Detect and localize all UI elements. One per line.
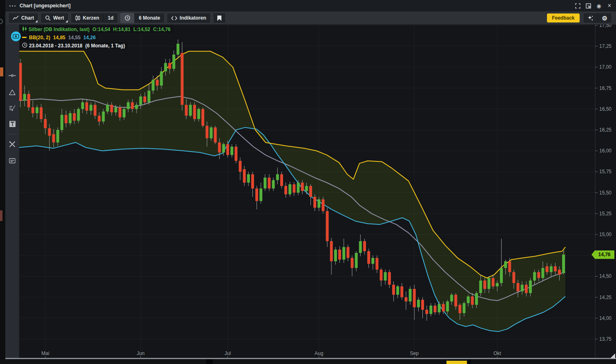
open-value: 14,54 — [98, 27, 110, 32]
range-button[interactable]: 6 Monate — [134, 13, 164, 23]
shapes-tool-button[interactable] — [5, 86, 19, 98]
bb-lower-value: 14,26 — [83, 35, 96, 40]
fullscreen-icon[interactable] — [574, 2, 581, 9]
record-icon[interactable]: ◉ — [596, 2, 602, 9]
feedback-button[interactable]: Feedback — [547, 13, 579, 22]
period-detail: (6 Monate, 1 Tag) — [85, 42, 125, 48]
date-range: 23.04.2018 - 23.10.2018 — [29, 42, 83, 48]
window-menu-icon[interactable] — [8, 4, 17, 8]
crosshair-tool-button[interactable] — [11, 31, 21, 41]
bookmark-button[interactable] — [213, 13, 226, 23]
bb-upper-value: 14,85 — [53, 35, 65, 40]
background-strip-left — [0, 0, 5, 364]
background-fragment — [206, 359, 213, 364]
text-tool-icon — [9, 121, 16, 127]
bookmark-icon — [217, 16, 221, 21]
background-fragment — [0, 67, 3, 76]
bb-name: BB(20, 2) — [29, 35, 50, 40]
bb-middle-value: 14,55 — [68, 35, 80, 40]
series-candle-icon — [22, 26, 27, 31]
drawing-toolbar: ◐ — [5, 25, 19, 358]
compare-button[interactable] — [583, 13, 598, 23]
chart-toolbar: Chart Wert Kerzen 1d 6 Monate Indikatore… — [5, 11, 616, 25]
chart-legend: Silber (DB Indikation, last) O: 14,54 H:… — [20, 26, 174, 50]
sidebar-divider — [8, 134, 17, 134]
background-fragment — [0, 210, 2, 221]
layout-tool-icon — [9, 158, 16, 163]
code-icon — [171, 16, 177, 20]
gear-icon: ⚙ — [602, 15, 607, 21]
candle-interval-group: Kerzen 1d — [71, 13, 118, 23]
trendline-tool-button[interactable] — [5, 69, 19, 82]
background-fragment — [446, 361, 467, 364]
legend-series-row: Silber (DB Indikation, last) O: 14,54 H:… — [20, 26, 174, 33]
bb-line-icon — [22, 37, 27, 38]
range-clock-button[interactable] — [121, 13, 134, 23]
draw-tool-button[interactable] — [5, 102, 19, 114]
high-value: 14,81 — [118, 27, 130, 32]
layout-tool-button[interactable] — [5, 154, 19, 167]
interval-button[interactable]: 1d — [103, 13, 118, 23]
candle-style-button[interactable]: Kerzen — [71, 13, 103, 23]
resize-handle[interactable] — [610, 353, 615, 358]
close-value: 14,76 — [158, 27, 170, 32]
legend-date-row: 23.04.2018 - 23.10.2018 (6 Monate, 1 Tag… — [20, 42, 128, 49]
last-price-badge: 14,76 — [591, 250, 614, 259]
settings-button[interactable]: ⚙ — [598, 13, 612, 23]
background-fragment — [469, 359, 471, 364]
text-tool-button[interactable] — [5, 118, 19, 130]
draw-tool-icon — [9, 105, 16, 111]
time-range-group: 6 Monate — [120, 13, 165, 23]
instrument-search-button[interactable]: Wert — [40, 13, 68, 23]
shapes-tool-icon — [9, 89, 16, 95]
background-strip-bottom — [0, 359, 616, 364]
chart-type-button[interactable]: Chart — [8, 13, 38, 23]
search-icon — [45, 15, 51, 21]
chart-canvas[interactable] — [19, 25, 616, 358]
clock-icon — [125, 15, 130, 21]
candles-icon — [75, 15, 80, 21]
series-name: Silber (DB Indikation, last) — [29, 27, 89, 32]
crosshair-tool-icon — [13, 34, 19, 39]
window-titlebar[interactable]: Chart [ungespeichert] — [5, 0, 616, 11]
line-chart-icon — [13, 16, 19, 20]
close-icon[interactable]: × — [606, 2, 613, 9]
low-value: 14,52 — [138, 27, 150, 32]
window-title: Chart [ungespeichert] — [20, 3, 71, 9]
background-fragment — [0, 19, 3, 24]
indicators-button[interactable]: Indikatoren — [167, 13, 211, 23]
toolbar-settings-group: ⚙ — [583, 13, 612, 23]
popout-icon[interactable] — [585, 2, 591, 9]
legend-bb-row: BB(20, 2) 14,85 14,55 14,26 — [20, 34, 98, 41]
sparkle-icon — [587, 15, 594, 21]
tools-icon — [9, 141, 16, 147]
trendline-tool-icon — [9, 74, 16, 77]
calendar-clock-icon — [22, 42, 27, 48]
tools-button[interactable] — [5, 138, 19, 150]
